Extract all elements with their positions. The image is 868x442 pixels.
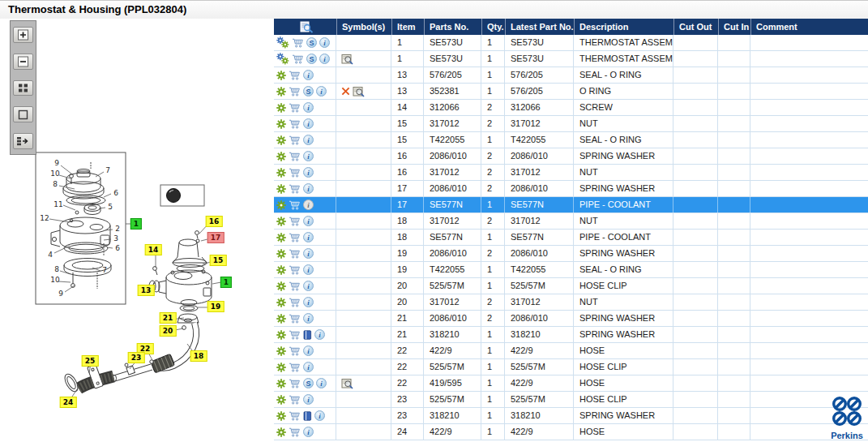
book-blue-icon[interactable] bbox=[303, 330, 312, 340]
gear-icon[interactable] bbox=[276, 168, 286, 178]
diagram-label-25[interactable]: 25 bbox=[82, 355, 99, 367]
info-icon[interactable]: i bbox=[303, 362, 314, 372]
diagram-label-23[interactable]: 23 bbox=[128, 352, 145, 363]
cart-icon[interactable] bbox=[289, 70, 301, 80]
gear-icon[interactable] bbox=[276, 265, 286, 275]
cart-icon[interactable] bbox=[289, 135, 301, 145]
s-badge-icon[interactable]: S bbox=[303, 86, 314, 97]
cart-icon[interactable] bbox=[289, 183, 301, 194]
table-row[interactable]: i 21 2086/010 2 2086/010 SPRING WASHER bbox=[274, 311, 868, 327]
cart-icon[interactable] bbox=[289, 394, 301, 405]
info-icon[interactable]: i bbox=[316, 378, 327, 388]
diagram-label-24[interactable]: 24 bbox=[60, 397, 77, 408]
info-icon[interactable]: i bbox=[303, 183, 314, 194]
info-icon[interactable]: i bbox=[303, 313, 314, 324]
info-icon[interactable]: i bbox=[303, 248, 314, 259]
cart-icon[interactable] bbox=[289, 345, 301, 356]
cart-icon[interactable] bbox=[289, 200, 301, 210]
gear-icon[interactable] bbox=[276, 363, 286, 372]
table-row[interactable]: i 23 525/57M 1 525/57M HOSE CLIP bbox=[274, 392, 868, 408]
table-row[interactable]: i 16 317012 2 317012 NUT bbox=[274, 165, 868, 181]
info-icon[interactable]: i bbox=[303, 151, 314, 161]
cart-icon[interactable] bbox=[289, 167, 301, 178]
diagram-label-18[interactable]: 18 bbox=[190, 350, 207, 362]
info-icon[interactable]: i bbox=[319, 37, 330, 48]
cart-icon[interactable] bbox=[289, 102, 301, 113]
diagram-label-1[interactable]: 1 bbox=[130, 218, 142, 230]
diagram-label-17[interactable]: 17 bbox=[207, 232, 224, 243]
table-row[interactable]: Si 1 SE573U 1 SE573U THERMOSTAT ASSEMBLY bbox=[274, 35, 868, 51]
info-icon[interactable]: i bbox=[303, 135, 314, 145]
info-icon[interactable]: i bbox=[303, 216, 314, 226]
diagram-label-20[interactable]: 20 bbox=[160, 325, 177, 337]
table-row[interactable]: i 20 317012 2 317012 NUT bbox=[274, 294, 868, 311]
cart-icon[interactable] bbox=[292, 54, 304, 64]
info-icon[interactable]: i bbox=[303, 167, 314, 178]
table-row[interactable]: i 22 422/9 1 422/9 HOSE bbox=[274, 343, 868, 359]
cart-icon[interactable] bbox=[289, 362, 301, 372]
zoom-window-button[interactable] bbox=[13, 106, 33, 122]
table-row[interactable]: i 24 422/9 1 422/9 HOSE bbox=[274, 424, 868, 440]
diagram-label-16[interactable]: 16 bbox=[206, 216, 223, 227]
gear-icon[interactable] bbox=[276, 330, 286, 340]
gear-icon[interactable] bbox=[276, 379, 286, 388]
gear-double-icon[interactable] bbox=[276, 36, 289, 49]
cart-icon[interactable] bbox=[289, 232, 301, 242]
s-badge-icon[interactable]: S bbox=[306, 37, 317, 48]
gear-icon[interactable] bbox=[276, 184, 286, 194]
diagram-label-14[interactable]: 14 bbox=[145, 244, 162, 255]
table-row[interactable]: Si 22 419/595 1 422/9 HOSE bbox=[274, 375, 868, 392]
gear-icon[interactable] bbox=[276, 395, 286, 405]
gear-icon[interactable] bbox=[276, 152, 286, 161]
gear-icon[interactable] bbox=[276, 103, 286, 113]
book-blue-icon[interactable] bbox=[303, 411, 312, 421]
cart-icon[interactable] bbox=[289, 264, 301, 275]
zoom-in-button[interactable] bbox=[13, 27, 33, 43]
info-icon[interactable]: i bbox=[303, 264, 314, 275]
gear-icon[interactable] bbox=[276, 233, 286, 242]
info-icon[interactable]: i bbox=[303, 427, 314, 437]
cart-icon[interactable] bbox=[289, 86, 301, 97]
info-icon[interactable]: i bbox=[314, 410, 325, 421]
cart-icon[interactable] bbox=[289, 118, 301, 129]
gear-icon[interactable] bbox=[276, 298, 286, 307]
info-icon[interactable]: i bbox=[303, 200, 314, 210]
info-icon[interactable]: i bbox=[314, 329, 325, 340]
diagram-label-13[interactable]: 13 bbox=[138, 285, 155, 296]
gear-icon[interactable] bbox=[276, 314, 286, 324]
cart-icon[interactable] bbox=[289, 378, 301, 388]
gear-icon[interactable] bbox=[276, 217, 286, 226]
zoom-out-button[interactable] bbox=[13, 54, 33, 70]
table-row[interactable]: i 15 T422055 1 T422055 SEAL - O RING bbox=[274, 132, 868, 148]
info-icon[interactable]: i bbox=[303, 281, 314, 291]
cart-icon[interactable] bbox=[289, 281, 301, 291]
book-search-icon[interactable] bbox=[341, 54, 354, 65]
x-mark-icon[interactable] bbox=[341, 87, 350, 96]
gear-icon[interactable] bbox=[276, 119, 286, 129]
info-icon[interactable]: i bbox=[303, 232, 314, 242]
cart-icon[interactable] bbox=[289, 329, 301, 340]
table-row[interactable]: i 19 T422055 1 T422055 SEAL - O RING bbox=[274, 262, 868, 278]
diagram-label-21[interactable]: 21 bbox=[160, 312, 177, 324]
table-row[interactable]: i 17 2086/010 2 2086/010 SPRING WASHER bbox=[274, 181, 868, 197]
table-row[interactable]: i 17 SE577N 1 SE577N PIPE - COOLANT bbox=[274, 197, 868, 213]
info-icon[interactable]: i bbox=[303, 345, 314, 356]
table-row[interactable]: i 14 312066 2 312066 SCREW bbox=[274, 100, 868, 116]
info-icon[interactable]: i bbox=[303, 394, 314, 405]
fit-view-button[interactable] bbox=[13, 80, 33, 97]
table-row[interactable]: i 18 317012 2 317012 NUT bbox=[274, 213, 868, 230]
cart-icon[interactable] bbox=[292, 37, 304, 48]
cart-icon[interactable] bbox=[289, 427, 301, 437]
cart-icon[interactable] bbox=[289, 313, 301, 324]
info-icon[interactable]: i bbox=[303, 70, 314, 80]
info-icon[interactable]: i bbox=[303, 102, 314, 113]
gear-icon[interactable] bbox=[276, 281, 286, 291]
gear-icon[interactable] bbox=[276, 427, 286, 437]
cart-icon[interactable] bbox=[289, 216, 301, 226]
cart-icon[interactable] bbox=[289, 151, 301, 161]
table-row[interactable]: i 18 SE577N 1 SE577N PIPE - COOLANT bbox=[274, 230, 868, 246]
gear-icon[interactable] bbox=[276, 411, 286, 421]
info-icon[interactable]: i bbox=[316, 86, 327, 97]
gear-icon[interactable] bbox=[276, 200, 286, 210]
gear-icon[interactable] bbox=[276, 71, 286, 80]
